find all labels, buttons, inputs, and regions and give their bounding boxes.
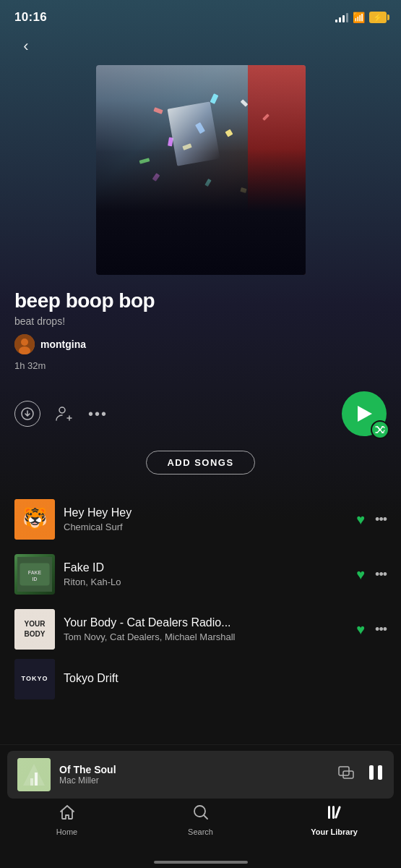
device-icon[interactable] (337, 766, 355, 784)
svg-rect-27 (332, 806, 335, 819)
pause-button[interactable] (368, 764, 384, 786)
add-songs-container: ADD SONGS (0, 451, 401, 492)
now-playing-bar: Of The Soul Mac Miller (0, 744, 401, 868)
track-name: Fake ID (64, 561, 348, 574)
album-art (96, 65, 306, 275)
home-indicator (0, 858, 401, 868)
back-button[interactable]: ‹ (14, 35, 38, 58)
shuffle-button[interactable] (371, 420, 389, 439)
home-label: Home (56, 827, 77, 836)
svg-rect-19 (30, 778, 33, 786)
add-songs-button[interactable]: ADD SONGS (146, 451, 254, 475)
svg-text:ID: ID (33, 576, 38, 582)
np-info: Of The Soul Mac Miller (59, 764, 329, 786)
status-icons: 📶 ⚡ (335, 12, 387, 23)
svg-rect-20 (35, 773, 38, 786)
track-thumbnail: YOUR BODY (14, 609, 55, 650)
np-thumbnail (17, 758, 51, 791)
library-icon (327, 804, 342, 825)
track-more-icon[interactable]: ••• (375, 567, 387, 582)
owner-name: montgina (40, 339, 86, 350)
playlist-duration: 1h 32m (14, 360, 387, 371)
svg-rect-28 (335, 806, 341, 819)
svg-text:TOKYO: TOKYO (22, 675, 48, 682)
track-actions: ♥ ••• (356, 511, 387, 528)
np-artist: Mac Miller (59, 775, 329, 786)
track-thumbnail: 🐯 (14, 499, 55, 540)
track-artist: Riton, Kah-Lo (64, 576, 348, 587)
track-artist: Chemical Surf (64, 522, 348, 532)
svg-text:BODY: BODY (25, 630, 46, 638)
track-actions: ♥ ••• (356, 566, 387, 583)
np-controls (337, 764, 384, 786)
now-playing-content[interactable]: Of The Soul Mac Miller (7, 751, 394, 799)
album-art-container (0, 65, 401, 289)
like-icon[interactable]: ♥ (356, 621, 365, 638)
controls-right (342, 391, 387, 436)
track-info: Your Body - Cat Dealers Radio... Tom Nov… (64, 616, 348, 642)
track-name: Hey Hey Hey (64, 506, 348, 519)
controls-left: ••• (14, 401, 108, 427)
nav-search[interactable]: Search (134, 804, 267, 836)
tracks-list: 🐯 Hey Hey Hey Chemical Surf ♥ ••• FAKE I… (0, 492, 401, 760)
status-time: 10:16 (14, 10, 47, 25)
track-name: Your Body - Cat Dealers Radio... (64, 616, 348, 629)
more-button[interactable]: ••• (88, 406, 108, 422)
search-icon (193, 804, 209, 825)
track-item[interactable]: 🐯 Hey Hey Hey Chemical Surf ♥ ••• (0, 492, 401, 547)
track-name: Tokyo Drift (64, 672, 387, 685)
playlist-title: beep boop bop (14, 289, 387, 312)
svg-rect-26 (328, 806, 330, 819)
like-icon[interactable]: ♥ (356, 566, 365, 583)
track-more-icon[interactable]: ••• (375, 622, 387, 637)
svg-text:FAKE: FAKE (28, 570, 42, 575)
status-bar: 10:16 📶 ⚡ (0, 0, 401, 32)
add-friend-button[interactable] (55, 406, 74, 422)
svg-rect-12 (14, 609, 55, 650)
battery-icon: ⚡ (369, 12, 387, 23)
download-button[interactable] (14, 401, 40, 427)
track-info: Fake ID Riton, Kah-Lo (64, 561, 348, 587)
track-thumbnail: FAKE ID (14, 554, 55, 595)
track-actions: ♥ ••• (356, 621, 387, 638)
library-label: Your Library (311, 827, 358, 836)
home-line (154, 861, 248, 864)
np-title: Of The Soul (59, 764, 329, 775)
owner-avatar (14, 334, 35, 354)
playlist-owner: montgina (14, 334, 387, 354)
track-item[interactable]: YOUR BODY Your Body - Cat Dealers Radio.… (0, 602, 401, 657)
signal-icon (335, 12, 348, 22)
svg-text:🐯: 🐯 (22, 506, 48, 530)
track-item[interactable]: FAKE ID Fake ID Riton, Kah-Lo ♥ ••• (0, 547, 401, 602)
home-icon (59, 804, 76, 825)
svg-text:YOUR: YOUR (25, 620, 46, 628)
nav-library[interactable]: Your Library (267, 804, 401, 836)
playlist-subtitle: beat drops! (14, 315, 387, 327)
like-icon[interactable]: ♥ (356, 511, 365, 528)
controls-row: ••• (0, 391, 401, 451)
svg-rect-24 (378, 765, 382, 780)
nav-home[interactable]: Home (0, 804, 134, 836)
track-item[interactable]: TOKYO Tokyo Drift (0, 657, 401, 702)
svg-rect-23 (369, 765, 374, 780)
bottom-nav: Home Search Your Library (0, 799, 401, 858)
track-info: Hey Hey Hey Chemical Surf (64, 506, 348, 532)
track-thumbnail: TOKYO (14, 659, 55, 699)
playlist-info: beep boop bop beat drops! montgina 1h 32… (0, 289, 401, 391)
header: ‹ (0, 32, 401, 65)
track-more-icon[interactable]: ••• (375, 512, 387, 527)
search-label: Search (188, 827, 213, 836)
wifi-icon: 📶 (353, 12, 365, 23)
svg-point-1 (21, 339, 28, 346)
track-info: Tokyo Drift (64, 672, 387, 687)
track-artist: Tom Novy, Cat Dealers, Michael Marshall (64, 631, 348, 642)
